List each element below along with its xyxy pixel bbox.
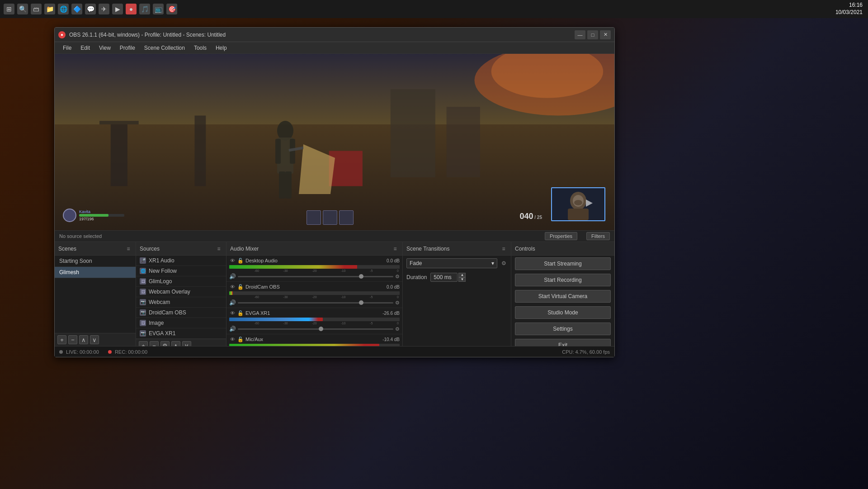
bottom-status-bar: LIVE: 00:00:00 REC: 00:00:00 CPU: 4.7%, … (55, 346, 614, 357)
mic-lock[interactable]: 🔓 (237, 336, 244, 342)
start-streaming-button[interactable]: Start Streaming (515, 257, 611, 270)
window-title: OBS 26.1.1 (64-bit, windows) - Profile: … (69, 32, 575, 38)
scenes-add-button[interactable]: + (57, 335, 66, 344)
chrome-icon[interactable]: 🌐 (58, 4, 69, 14)
desktop-audio-gear[interactable]: ⚙ (395, 274, 400, 280)
source-item-new-follow[interactable]: 🌐 New Follow (136, 266, 226, 276)
audio-panel-title: Audio Mixer (230, 246, 392, 252)
desktop-audio-eye[interactable]: 👁 (229, 257, 236, 264)
obs-icon[interactable]: ● (126, 4, 137, 14)
scenes-up-button[interactable]: ∧ (79, 335, 88, 344)
duration-up[interactable]: ▲ (458, 273, 466, 277)
studio-mode-button[interactable]: Studio Mode (515, 306, 611, 319)
preview-background: WORLD TIER 85 (55, 54, 614, 230)
transition-chevron: ▾ (491, 260, 494, 266)
source-name-evga: EVGA XR1 (149, 330, 175, 337)
transition-settings-icon[interactable]: ⚙ (500, 260, 507, 267)
source-item-xr1-audio[interactable]: 🎤 XR1 Audio (136, 256, 226, 266)
source-name-xr1: XR1 Audio (149, 257, 175, 264)
minimize-button[interactable]: — (575, 30, 585, 39)
desktop-audio-slider[interactable] (238, 276, 393, 277)
evga-volume-row: 🔊 ⚙ (229, 326, 400, 332)
menu-edit[interactable]: Edit (76, 44, 94, 52)
discord-icon[interactable]: 💬 (85, 4, 96, 14)
app-icon-1[interactable]: 📺 (153, 4, 164, 14)
exit-button[interactable]: Exit (515, 339, 611, 346)
desktop-audio-thumb[interactable] (359, 274, 363, 279)
scene-item-starting-soon[interactable]: Starting Soon (55, 256, 136, 267)
duration-down[interactable]: ▼ (458, 277, 466, 282)
audio-channel-mic: 👁 🔓 Mic/Aux -10.4 dB -60-30-20-10-50 🔊 (226, 334, 402, 346)
desktop-audio-fill (229, 265, 357, 269)
live-indicator (59, 350, 63, 354)
source-item-webcam-overlay[interactable]: 🖼 Webcam Overlay (136, 287, 226, 297)
svg-rect-19 (285, 171, 292, 199)
droidcam-thumb[interactable] (359, 300, 363, 305)
source-item-evga-xr1[interactable]: 📷 EVGA XR1 (136, 328, 226, 339)
source-item-image[interactable]: 🖼 Image (136, 318, 226, 328)
explorer-icon[interactable]: 📁 (44, 4, 55, 14)
evga-mute[interactable]: 🔊 (229, 326, 236, 332)
menu-view[interactable]: View (94, 44, 115, 52)
sources-down-button[interactable]: ∨ (182, 341, 191, 346)
obs-app-icon: ● (58, 31, 66, 38)
menu-scene-collection[interactable]: Scene Collection (140, 44, 189, 52)
evga-audio-lock[interactable]: 🔓 (237, 310, 244, 316)
scene-item-glimesh[interactable]: Glimesh (55, 267, 136, 278)
droidcam-audio-eye[interactable]: 👁 (229, 284, 236, 290)
menu-tools[interactable]: Tools (189, 44, 211, 52)
inv-icon-1 (307, 210, 321, 225)
app-icon-2[interactable]: 🎯 (166, 4, 177, 14)
cmd-icon[interactable]: ▶ (112, 4, 123, 14)
image-source-icon-1: 🖼 (140, 278, 146, 285)
droidcam-gear[interactable]: ⚙ (395, 300, 400, 306)
menu-file[interactable]: File (58, 44, 76, 52)
edge-icon[interactable]: 🔷 (71, 4, 82, 14)
maximize-button[interactable]: □ (587, 30, 598, 39)
mic-eye[interactable]: 👁 (229, 336, 236, 342)
duration-label: Duration (406, 274, 427, 280)
close-button[interactable]: ✕ (600, 30, 611, 39)
start-button[interactable]: ⊞ (4, 4, 14, 14)
droidcam-mute[interactable]: 🔊 (229, 299, 236, 306)
source-item-droidcam-obs[interactable]: 📷 DroidCam OBS (136, 308, 226, 318)
camera-source-icon-2: 📷 (140, 309, 146, 316)
evga-gear[interactable]: ⚙ (395, 326, 400, 332)
transition-type-select[interactable]: Fade ▾ (406, 258, 497, 268)
evga-audio-name: EVGA XR1 (245, 310, 381, 316)
sources-add-button[interactable]: + (139, 341, 148, 346)
source-item-webcam[interactable]: 📷 Webcam (136, 297, 226, 308)
evga-fill (229, 318, 323, 321)
start-virtual-camera-button[interactable]: Start Virtual Camera (515, 290, 611, 303)
desktop-audio-lock[interactable]: 🔓 (237, 257, 244, 264)
evga-slider[interactable] (238, 328, 393, 330)
sources-up-button[interactable]: ∧ (171, 341, 180, 346)
scenes-remove-button[interactable]: − (68, 335, 77, 344)
evga-audio-eye[interactable]: 👁 (229, 310, 236, 316)
player-icon (63, 209, 76, 222)
start-recording-button[interactable]: Start Recording (515, 274, 611, 286)
filters-button[interactable]: Filters (586, 232, 610, 240)
duration-input[interactable]: 500 ms (430, 273, 458, 282)
transition-select-row: Fade ▾ ⚙ (403, 256, 511, 271)
evga-thumb[interactable] (319, 327, 323, 331)
search-icon[interactable]: 🔍 (17, 4, 28, 14)
droidcam-slider[interactable] (238, 302, 393, 304)
properties-button[interactable]: Properties (545, 232, 577, 240)
droidcam-audio-lock[interactable]: 🔓 (237, 284, 244, 290)
settings-button[interactable]: Settings (515, 323, 611, 335)
menu-profile[interactable]: Profile (115, 44, 140, 52)
audio-header-icon: ≡ (392, 245, 399, 252)
vlc-icon[interactable]: 🎵 (139, 4, 150, 14)
svg-rect-16 (275, 139, 281, 164)
source-item-glimlago[interactable]: 🖼 GlimLogo (136, 276, 226, 287)
sources-settings-button[interactable]: ⚙ (160, 341, 170, 346)
sources-remove-button[interactable]: − (150, 341, 159, 346)
menu-help[interactable]: Help (211, 44, 231, 52)
telegram-icon[interactable]: ✈ (99, 4, 109, 14)
transitions-panel-title: Scene Transitions (406, 246, 500, 252)
scenes-down-button[interactable]: ∨ (90, 335, 99, 344)
task-view-icon[interactable]: 🗃 (31, 4, 42, 14)
desktop-audio-mute[interactable]: 🔊 (229, 273, 236, 280)
controls-panel: Controls Start Streaming Start Recording… (511, 242, 614, 346)
